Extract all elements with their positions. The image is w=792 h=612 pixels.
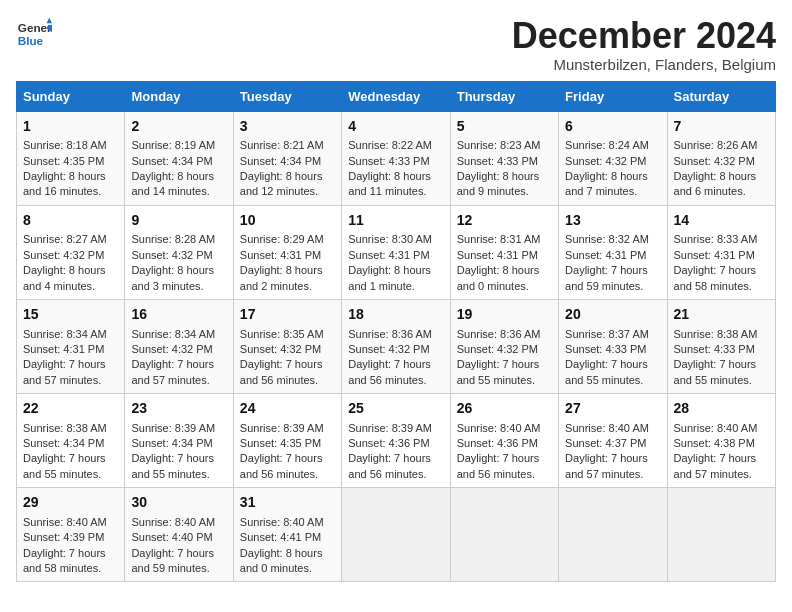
calendar-week-row: 29Sunrise: 8:40 AMSunset: 4:39 PMDayligh… xyxy=(17,488,776,582)
calendar-cell: 13Sunrise: 8:32 AMSunset: 4:31 PMDayligh… xyxy=(559,205,667,299)
sunrise-text: Sunrise: 8:26 AM xyxy=(674,138,769,153)
logo: General Blue xyxy=(16,16,52,52)
sunrise-text: Sunrise: 8:31 AM xyxy=(457,232,552,247)
sunrise-text: Sunrise: 8:40 AM xyxy=(240,515,335,530)
header-sunday: Sunday xyxy=(17,81,125,111)
sunrise-text: Sunrise: 8:40 AM xyxy=(674,421,769,436)
daylight-label: Daylight: 8 hours and 3 minutes. xyxy=(131,263,226,294)
calendar-cell xyxy=(450,488,558,582)
sunset-text: Sunset: 4:36 PM xyxy=(457,436,552,451)
day-number: 3 xyxy=(240,117,335,137)
day-number: 29 xyxy=(23,493,118,513)
daylight-label: Daylight: 7 hours and 56 minutes. xyxy=(457,451,552,482)
sunset-text: Sunset: 4:32 PM xyxy=(565,154,660,169)
day-number: 22 xyxy=(23,399,118,419)
sunrise-text: Sunrise: 8:32 AM xyxy=(565,232,660,247)
sunset-text: Sunset: 4:34 PM xyxy=(131,154,226,169)
sunset-text: Sunset: 4:33 PM xyxy=(674,342,769,357)
calendar-cell: 30Sunrise: 8:40 AMSunset: 4:40 PMDayligh… xyxy=(125,488,233,582)
daylight-label: Daylight: 8 hours and 7 minutes. xyxy=(565,169,660,200)
sunrise-text: Sunrise: 8:27 AM xyxy=(23,232,118,247)
daylight-label: Daylight: 8 hours and 11 minutes. xyxy=(348,169,443,200)
calendar-cell: 12Sunrise: 8:31 AMSunset: 4:31 PMDayligh… xyxy=(450,205,558,299)
daylight-label: Daylight: 8 hours and 0 minutes. xyxy=(240,546,335,577)
header: General Blue December 2024 Munsterbilzen… xyxy=(16,16,776,73)
title-area: December 2024 Munsterbilzen, Flanders, B… xyxy=(512,16,776,73)
day-number: 21 xyxy=(674,305,769,325)
calendar-cell: 28Sunrise: 8:40 AMSunset: 4:38 PMDayligh… xyxy=(667,394,775,488)
calendar-week-row: 1Sunrise: 8:18 AMSunset: 4:35 PMDaylight… xyxy=(17,111,776,205)
sunrise-text: Sunrise: 8:38 AM xyxy=(23,421,118,436)
sunset-text: Sunset: 4:32 PM xyxy=(131,342,226,357)
calendar-cell: 25Sunrise: 8:39 AMSunset: 4:36 PMDayligh… xyxy=(342,394,450,488)
month-title: December 2024 xyxy=(512,16,776,56)
sunrise-text: Sunrise: 8:34 AM xyxy=(23,327,118,342)
day-number: 13 xyxy=(565,211,660,231)
calendar-cell: 14Sunrise: 8:33 AMSunset: 4:31 PMDayligh… xyxy=(667,205,775,299)
calendar-table: SundayMondayTuesdayWednesdayThursdayFrid… xyxy=(16,81,776,583)
calendar-cell: 5Sunrise: 8:23 AMSunset: 4:33 PMDaylight… xyxy=(450,111,558,205)
calendar-cell: 7Sunrise: 8:26 AMSunset: 4:32 PMDaylight… xyxy=(667,111,775,205)
sunrise-text: Sunrise: 8:38 AM xyxy=(674,327,769,342)
sunset-text: Sunset: 4:34 PM xyxy=(23,436,118,451)
calendar-cell: 21Sunrise: 8:38 AMSunset: 4:33 PMDayligh… xyxy=(667,299,775,393)
daylight-label: Daylight: 7 hours and 59 minutes. xyxy=(565,263,660,294)
daylight-label: Daylight: 7 hours and 57 minutes. xyxy=(23,357,118,388)
sunrise-text: Sunrise: 8:18 AM xyxy=(23,138,118,153)
daylight-label: Daylight: 7 hours and 58 minutes. xyxy=(674,263,769,294)
day-number: 24 xyxy=(240,399,335,419)
sunset-text: Sunset: 4:31 PM xyxy=(23,342,118,357)
day-number: 5 xyxy=(457,117,552,137)
daylight-label: Daylight: 7 hours and 56 minutes. xyxy=(240,451,335,482)
day-number: 27 xyxy=(565,399,660,419)
day-number: 8 xyxy=(23,211,118,231)
day-number: 9 xyxy=(131,211,226,231)
sunrise-text: Sunrise: 8:36 AM xyxy=(457,327,552,342)
daylight-label: Daylight: 7 hours and 55 minutes. xyxy=(131,451,226,482)
calendar-cell: 17Sunrise: 8:35 AMSunset: 4:32 PMDayligh… xyxy=(233,299,341,393)
sunset-text: Sunset: 4:31 PM xyxy=(240,248,335,263)
sunrise-text: Sunrise: 8:34 AM xyxy=(131,327,226,342)
calendar-cell xyxy=(667,488,775,582)
sunrise-text: Sunrise: 8:33 AM xyxy=(674,232,769,247)
calendar-cell: 3Sunrise: 8:21 AMSunset: 4:34 PMDaylight… xyxy=(233,111,341,205)
daylight-label: Daylight: 8 hours and 9 minutes. xyxy=(457,169,552,200)
day-number: 10 xyxy=(240,211,335,231)
sunset-text: Sunset: 4:32 PM xyxy=(240,342,335,357)
calendar-cell: 8Sunrise: 8:27 AMSunset: 4:32 PMDaylight… xyxy=(17,205,125,299)
sunset-text: Sunset: 4:32 PM xyxy=(23,248,118,263)
sunrise-text: Sunrise: 8:40 AM xyxy=(457,421,552,436)
day-number: 23 xyxy=(131,399,226,419)
sunset-text: Sunset: 4:31 PM xyxy=(565,248,660,263)
day-number: 31 xyxy=(240,493,335,513)
sunset-text: Sunset: 4:40 PM xyxy=(131,530,226,545)
sunset-text: Sunset: 4:31 PM xyxy=(457,248,552,263)
sunset-text: Sunset: 4:31 PM xyxy=(348,248,443,263)
day-number: 18 xyxy=(348,305,443,325)
header-wednesday: Wednesday xyxy=(342,81,450,111)
svg-text:Blue: Blue xyxy=(18,34,44,47)
daylight-label: Daylight: 7 hours and 58 minutes. xyxy=(23,546,118,577)
sunrise-text: Sunrise: 8:30 AM xyxy=(348,232,443,247)
calendar-cell: 18Sunrise: 8:36 AMSunset: 4:32 PMDayligh… xyxy=(342,299,450,393)
daylight-label: Daylight: 7 hours and 59 minutes. xyxy=(131,546,226,577)
calendar-cell: 31Sunrise: 8:40 AMSunset: 4:41 PMDayligh… xyxy=(233,488,341,582)
day-number: 15 xyxy=(23,305,118,325)
calendar-week-row: 15Sunrise: 8:34 AMSunset: 4:31 PMDayligh… xyxy=(17,299,776,393)
sunset-text: Sunset: 4:32 PM xyxy=(131,248,226,263)
calendar-cell: 11Sunrise: 8:30 AMSunset: 4:31 PMDayligh… xyxy=(342,205,450,299)
sunset-text: Sunset: 4:33 PM xyxy=(565,342,660,357)
calendar-cell xyxy=(342,488,450,582)
sunset-text: Sunset: 4:32 PM xyxy=(674,154,769,169)
sunset-text: Sunset: 4:31 PM xyxy=(674,248,769,263)
sunrise-text: Sunrise: 8:35 AM xyxy=(240,327,335,342)
sunset-text: Sunset: 4:38 PM xyxy=(674,436,769,451)
sunset-text: Sunset: 4:32 PM xyxy=(457,342,552,357)
sunrise-text: Sunrise: 8:40 AM xyxy=(23,515,118,530)
daylight-label: Daylight: 8 hours and 12 minutes. xyxy=(240,169,335,200)
day-number: 19 xyxy=(457,305,552,325)
calendar-week-row: 22Sunrise: 8:38 AMSunset: 4:34 PMDayligh… xyxy=(17,394,776,488)
calendar-cell: 20Sunrise: 8:37 AMSunset: 4:33 PMDayligh… xyxy=(559,299,667,393)
sunrise-text: Sunrise: 8:28 AM xyxy=(131,232,226,247)
sunrise-text: Sunrise: 8:40 AM xyxy=(131,515,226,530)
